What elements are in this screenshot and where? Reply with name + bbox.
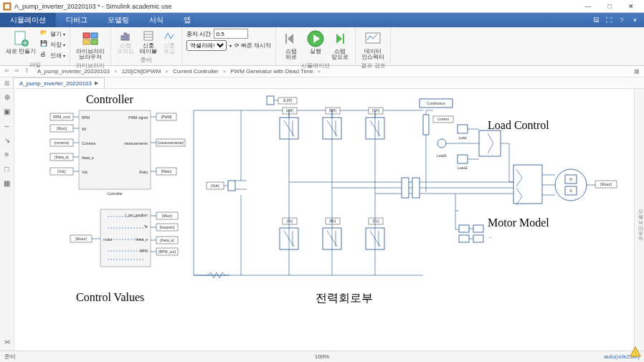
model-tab[interactable]: A_pump_inverter_20220103▶ (13, 77, 105, 88)
bc-0[interactable]: A_pump_inverter_20220103 (34, 68, 113, 75)
svg-text:E [f/f]: E [f/f] (283, 98, 292, 103)
up-icon[interactable]: ⇧ (24, 67, 33, 76)
controller-block[interactable]: Controller RPM Wr Currents theta_e Vdc P… (79, 110, 151, 196)
fullscreen-icon[interactable]: ⛶ (604, 15, 614, 25)
inspector-icon (364, 29, 382, 48)
maximize-button[interactable]: □ (600, 1, 620, 11)
help-icon[interactable]: ? (617, 15, 627, 25)
svg-text:[currents]: [currents] (55, 140, 70, 145)
svg-rect-99 (412, 178, 420, 198)
powergui-block[interactable]: Continuous (420, 99, 453, 108)
ribbon: 새로 만들기 📂열기▾ 💾저장▾ 🖨인쇄▾ 파일 라이브러리 브라우저 라이브러… (0, 27, 644, 66)
controller-out-tags[interactable]: [PWM] [measurements] [Ratio] (151, 113, 185, 175)
tool-img[interactable]: ▦ (2, 178, 12, 188)
svg-rect-113 (458, 155, 468, 163)
canvas[interactable]: Controller Control Values 전력회로부 Load Con… (14, 89, 634, 351)
new-button[interactable]: 새로 만들기 (4, 29, 37, 55)
statusbar: 준비 100% auto(ode23tb) (0, 351, 644, 362)
fast-restart-button[interactable]: ⟳빠른 재시작 (235, 41, 271, 50)
tool-eq[interactable]: ≡ (2, 149, 12, 159)
shortcut-icon[interactable]: 🖫 (591, 15, 601, 25)
tool-arrow[interactable]: ↘ (2, 135, 12, 145)
svg-text:Te: Te (144, 224, 148, 229)
tool-split[interactable]: ⫘ (2, 336, 12, 346)
svg-text:[theta_e]: [theta_e] (160, 238, 174, 242)
open-button[interactable]: 📂열기▾ (40, 29, 65, 39)
group-review-label: 결과 검토 (360, 62, 386, 70)
run-button[interactable]: 실행 (305, 29, 326, 55)
svg-text:[BL]: [BL] (330, 219, 337, 223)
svg-rect-17 (366, 33, 380, 43)
svg-text:measurements: measurements (124, 141, 148, 146)
step-fwd-button[interactable]: 스텝 앞으로 (329, 29, 351, 61)
stoptime-label: 중지 시간 (186, 30, 211, 38)
status-zoom[interactable]: 100% (216, 353, 427, 360)
panel-handle[interactable]: 모델 브라우저 (637, 206, 644, 237)
sigtable-button[interactable]: 신호 테이블 (138, 29, 158, 55)
control-values-block[interactable]: I_am_position Te theta_e RPM motor (100, 209, 151, 267)
model-tab-label: A_pump_inverter_20220103 (19, 80, 92, 87)
svg-rect-8 (121, 36, 123, 40)
bc-2[interactable]: Current Controller (170, 68, 222, 75)
tool-box[interactable]: □ (2, 163, 12, 173)
stepfwd-button[interactable]: 스텝 포워드 (115, 29, 136, 55)
svg-rect-5 (91, 33, 98, 38)
svg-text:!: ! (635, 349, 637, 356)
motor-model[interactable]: N S [Motor] – (455, 165, 617, 242)
tab-debug[interactable]: 디버그 (56, 13, 98, 27)
svg-text:RPM_cmd: RPM_cmd (53, 115, 70, 119)
tool-fit[interactable]: ▣ (2, 106, 12, 116)
stepback-label: 스텝 뒤로 (285, 49, 297, 60)
current-meas[interactable]: current (420, 110, 455, 194)
workarea: ⊕ ▣ ↔ ↘ ≡ □ ▦ ⫘ Controller Control Value… (0, 89, 644, 351)
signal-icon (163, 29, 176, 42)
bc-3[interactable]: PWM Generator with Dead Time (227, 68, 316, 75)
l1: 스텝 포워드 (117, 43, 134, 54)
tab-simulation[interactable]: 시뮬레이션 (0, 13, 56, 27)
svg-rect-125 (459, 225, 469, 232)
save-label: 저장 (50, 41, 62, 49)
svg-text:Load2: Load2 (458, 166, 468, 170)
controller-in-tags[interactable]: RPM_cmd [Mtoc] [currents] [theta_e] [Vdc… (50, 113, 79, 175)
library-browser-button[interactable]: 라이브러리 브라우저 (75, 29, 106, 61)
close-button[interactable]: ✕ (621, 1, 641, 11)
restart-icon: ⟳ (235, 42, 240, 49)
svg-text:[Vdc]: [Vdc] (57, 169, 66, 173)
svg-text:[Motor]: [Motor] (600, 182, 612, 186)
svg-text:[Mtoc]: [Mtoc] (162, 214, 172, 218)
model-icon: ⊞ (4, 80, 10, 87)
menubar: 시뮬레이션 디버그 모델링 서식 앱 🖫 ⛶ ? ▾ (0, 13, 644, 27)
svg-text:I_am_position: I_am_position (126, 213, 148, 217)
svg-text:Ratio: Ratio (139, 170, 148, 174)
step-back-button[interactable]: 스텝 뒤로 (280, 29, 302, 61)
inspector-label: 데이터 인스펙터 (361, 49, 384, 60)
svg-rect-18 (79, 110, 151, 189)
svg-point-117 (555, 169, 587, 201)
right-toolbar: 모델 브라우저 (634, 89, 644, 351)
collapse-icon[interactable]: ▾ (630, 15, 640, 25)
minimize-button[interactable]: — (578, 1, 598, 11)
load-control[interactable]: Load Load1 Load2 (437, 125, 513, 182)
tab-modeling[interactable]: 모델링 (98, 13, 139, 27)
tab-format[interactable]: 서식 (139, 13, 174, 27)
power-circuit[interactable]: [Vdc] [AH] [BH] [CH] (194, 96, 423, 278)
svg-text:[BH]: [BH] (329, 108, 336, 113)
step-back-icon (282, 29, 300, 48)
fwd-icon[interactable]: ⇨ (14, 67, 23, 76)
siglog-button[interactable]: 신호 로깅 (161, 29, 177, 55)
back-icon[interactable]: ⇦ (4, 67, 13, 76)
mode-select[interactable]: 액셀러레이터 (186, 40, 227, 51)
tool-zoom[interactable]: ⊕ (2, 92, 12, 102)
svg-text:[Mtoc]: [Mtoc] (57, 126, 67, 130)
window-title: A_pump_inverter_20220103 * - Simulink ac… (14, 3, 578, 10)
data-inspector-button[interactable]: 데이터 인스펙터 (360, 29, 386, 61)
bc-1[interactable]: 120[CN]DPWM (119, 68, 164, 75)
save-button[interactable]: 💾저장▾ (40, 39, 65, 49)
svg-rect-1 (5, 4, 9, 9)
tab-apps[interactable]: 앱 (174, 13, 201, 27)
svg-text:[fswpwm]: [fswpwm] (160, 225, 175, 229)
tool-pan[interactable]: ↔ (2, 120, 12, 130)
print-button[interactable]: 🖨인쇄▾ (40, 50, 65, 60)
stoptime-input[interactable] (214, 29, 248, 39)
status-solver[interactable]: auto(ode23tb) (428, 353, 640, 360)
